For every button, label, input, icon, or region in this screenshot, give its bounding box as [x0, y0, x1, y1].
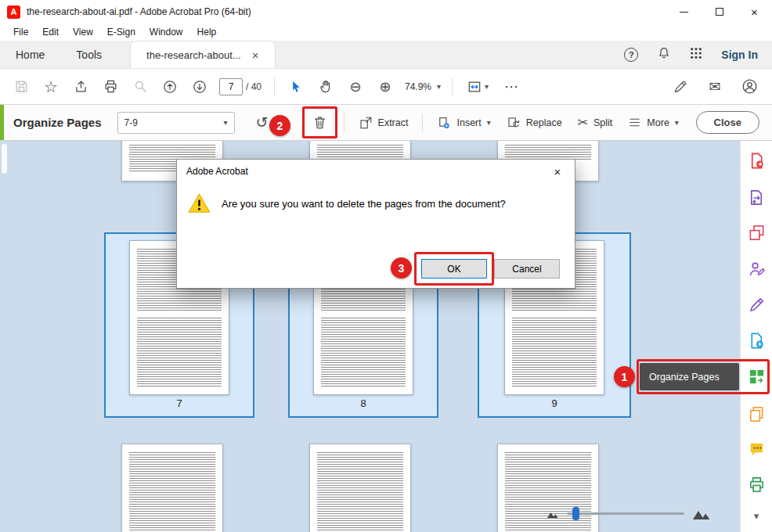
maximize-icon	[716, 8, 723, 16]
tab-home[interactable]: Home	[0, 41, 60, 68]
menu-window[interactable]: Window	[142, 25, 190, 39]
dialog-titlebar: Adobe Acrobat ×	[177, 160, 575, 183]
cancel-button[interactable]: Cancel	[494, 259, 560, 279]
export-pdf-icon[interactable]	[745, 149, 767, 171]
tab-close-icon[interactable]: ×	[252, 49, 259, 62]
menu-edit[interactable]: Edit	[35, 25, 66, 39]
fill-sign-icon[interactable]	[745, 293, 767, 315]
zoom-out-icon[interactable]: ⊖	[342, 74, 369, 100]
next-page-icon[interactable]	[186, 74, 213, 100]
page-text	[317, 452, 403, 532]
extract-label: Extract	[378, 117, 409, 128]
account-avatar-icon[interactable]	[736, 74, 763, 100]
chevron-down-icon: ▾	[675, 118, 679, 127]
more-options-icon[interactable]: ⋯	[498, 74, 525, 100]
extract-icon	[359, 116, 373, 130]
page-text	[129, 452, 215, 532]
tools-sidebar: ▾	[740, 141, 772, 532]
scrollbar-thumb[interactable]	[2, 144, 7, 174]
zoom-slider-handle[interactable]	[572, 507, 579, 520]
acrobat-window: A the-research-about-ai.pdf - Adobe Acro…	[0, 0, 772, 532]
sign-in-button[interactable]: Sign In	[721, 49, 758, 61]
combine-files-icon[interactable]	[745, 221, 767, 243]
window-title: the-research-about-ai.pdf - Adobe Acroba…	[27, 6, 251, 17]
favorite-star-icon[interactable]: ☆	[38, 74, 64, 100]
dialog-close-button[interactable]: ×	[540, 160, 575, 183]
create-pdf-icon[interactable]	[745, 329, 767, 351]
email-icon[interactable]: ✉	[702, 74, 728, 100]
menu-help[interactable]: Help	[190, 25, 224, 39]
sign-pen-icon[interactable]	[667, 74, 694, 100]
acrobat-logo-icon: A	[7, 5, 20, 19]
insert-dropdown[interactable]: Insert ▾	[432, 113, 495, 133]
chevron-down-icon: ▾	[485, 82, 489, 91]
zoom-slider-track[interactable]	[567, 512, 684, 515]
request-esign-icon[interactable]	[745, 257, 767, 279]
step-3-badge: 3	[391, 257, 412, 279]
organize-pages-toolbar: Organize Pages 7-9 ▾ ↺ Extract Insert ▾ …	[0, 105, 772, 141]
print-icon[interactable]	[97, 74, 124, 100]
extract-button[interactable]: Extract	[354, 113, 413, 133]
help-icon[interactable]: ?	[624, 48, 638, 62]
zoom-level-dropdown[interactable]: 74.9% ▾	[405, 81, 441, 92]
tab-tools[interactable]: Tools	[60, 41, 117, 68]
comment-icon[interactable]	[745, 438, 767, 460]
previous-page-icon[interactable]	[157, 74, 183, 100]
page-text	[505, 145, 591, 160]
convert-pdf-icon[interactable]	[745, 186, 767, 208]
search-zoom-icon	[127, 74, 153, 100]
zoom-in-icon[interactable]: ⊕	[372, 74, 399, 100]
minimize-button[interactable]	[666, 0, 702, 23]
toolbar-divider	[452, 77, 453, 96]
window-controls: ×	[666, 0, 772, 23]
menu-esign[interactable]: E-Sign	[100, 25, 142, 39]
tabbar-right-cluster: ? Sign In	[624, 41, 772, 68]
page-thumbnail[interactable]	[121, 444, 223, 532]
more-label: More	[647, 117, 669, 128]
select-tool-icon[interactable]	[283, 74, 309, 100]
tab-document[interactable]: the-research-about... ×	[130, 41, 275, 68]
organize-pages-title: Organize Pages	[13, 116, 102, 129]
page-range-value: 7-9	[124, 117, 138, 128]
scissors-icon: ✂	[578, 117, 588, 129]
compress-pdf-icon[interactable]	[745, 403, 767, 425]
close-organize-button[interactable]: Close	[696, 111, 759, 134]
menu-file[interactable]: File	[6, 25, 35, 39]
share-upload-icon[interactable]	[67, 74, 94, 100]
menu-view[interactable]: View	[66, 25, 100, 39]
page-number-label: 7	[106, 397, 253, 409]
more-dropdown[interactable]: More ▾	[623, 113, 684, 132]
page-number-label: 9	[479, 397, 630, 409]
apps-grid-icon[interactable]	[690, 47, 702, 62]
toolbar-right-cluster: ✉	[666, 74, 772, 100]
page-range-dropdown[interactable]: 7-9 ▾	[117, 112, 235, 134]
titlebar: A the-research-about-ai.pdf - Adobe Acro…	[0, 0, 772, 23]
menubar: File Edit View E-Sign Window Help	[0, 23, 772, 41]
organize-pages-tooltip: Organize Pages	[640, 363, 739, 390]
minimize-icon	[680, 12, 688, 13]
notifications-bell-icon[interactable]	[657, 46, 671, 63]
page-text	[512, 318, 597, 386]
zoom-slider	[547, 507, 712, 520]
page-display-dropdown[interactable]: ▾	[460, 74, 495, 100]
dialog-message: Are you sure you want to delete the page…	[222, 192, 506, 210]
zoom-in-mountains-icon[interactable]	[692, 507, 712, 520]
maximize-button[interactable]	[702, 0, 737, 23]
hand-tool-icon[interactable]	[312, 74, 339, 100]
replace-button[interactable]: Replace	[502, 113, 567, 133]
ok-button[interactable]: OK	[421, 259, 487, 279]
delete-pages-button[interactable]	[302, 106, 337, 138]
trash-icon	[312, 115, 327, 130]
page-thumbnail[interactable]	[309, 444, 411, 532]
tooltip-label: Organize Pages	[649, 372, 720, 383]
organize-pages-icon[interactable]	[745, 365, 767, 387]
scan-ocr-icon[interactable]	[745, 473, 767, 495]
chevron-down-icon: ▾	[224, 118, 228, 127]
close-window-button[interactable]: ×	[737, 0, 772, 23]
zoom-out-mountains-icon[interactable]	[547, 509, 559, 519]
split-label: Split	[593, 117, 612, 128]
page-number-input[interactable]	[219, 78, 243, 95]
more-tools-chevron-icon[interactable]: ▾	[745, 505, 767, 527]
split-button[interactable]: ✂ Split	[573, 113, 618, 132]
save-icon[interactable]	[8, 74, 34, 100]
